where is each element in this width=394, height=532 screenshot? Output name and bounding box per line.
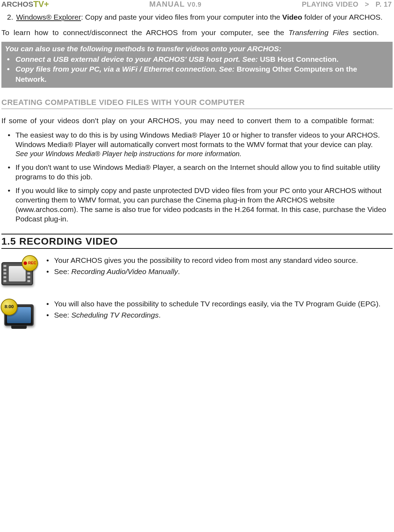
info-box: You can also use the following methods t… xyxy=(1,42,393,88)
recording-bullet-see: See: Recording Audio/Video Manually. xyxy=(44,267,393,277)
time-badge-icon: 8:00 xyxy=(1,299,18,315)
compat-bullet-alt: If you don't want to use Windows Media® … xyxy=(1,163,393,182)
rec-badge-icon: REC xyxy=(22,255,38,271)
header-right: PLAYING VIDEO > P. 17 xyxy=(302,0,392,9)
manual-version: V0.9 xyxy=(187,1,202,8)
scheduling-recordings-ref: Scheduling TV Recordings xyxy=(71,311,159,319)
schedule-row: 8:00 You will also have the possibility … xyxy=(1,299,393,334)
step-number: 2. xyxy=(7,13,16,22)
info-box-lead: You can also use the following methods t… xyxy=(5,44,389,54)
wmp-help-ref: See your Windows Media® Player help inst… xyxy=(15,150,242,158)
recording-bullet-desc: Your ARCHOS gives you the possibility to… xyxy=(44,256,393,265)
compat-bullets: The easiest way to do this is by using W… xyxy=(1,131,393,224)
compat-intro: If some of your videos don't play on you… xyxy=(1,116,393,125)
recording-row: REC Your ARCHOS gives you the possibilit… xyxy=(1,256,393,291)
rec-icon: REC xyxy=(1,256,40,291)
schedule-bullet-see: See: Scheduling TV Recordings. xyxy=(44,311,393,320)
page-number: P. 17 xyxy=(375,0,392,8)
schedule-bullet-desc: You will also have the possibility to sc… xyxy=(44,299,393,309)
chapter-label: PLAYING VIDEO xyxy=(302,0,358,8)
step-text: Windows® Explorer: Copy and paste your v… xyxy=(16,13,382,22)
schedule-bullets: You will also have the possibility to sc… xyxy=(44,299,393,322)
recording-manually-ref: Recording Audio/Video Manually xyxy=(71,267,178,275)
brand-logo: ARCHOS xyxy=(1,0,33,9)
windows-explorer-link[interactable]: Windows® Explorer xyxy=(16,13,81,21)
usb-host-connection-ref: USB Host Connection xyxy=(260,55,336,63)
compat-bullet-plugin: If you would like to simply copy and pas… xyxy=(1,186,393,224)
page-header: ARCHOS TV+ MANUAL V0.9 PLAYING VIDEO > P… xyxy=(0,0,394,10)
manual-label: MANUAL xyxy=(149,0,185,8)
step-2: 2. Windows® Explorer: Copy and paste you… xyxy=(1,13,393,22)
transferring-files-ref: Transferring Files xyxy=(289,28,349,36)
info-box-item-wifi: Copy files from your PC, via a WiFi / Et… xyxy=(5,64,389,84)
header-center: MANUAL V0.9 xyxy=(49,0,302,9)
recording-bullets: Your ARCHOS gives you the possibility to… xyxy=(44,256,393,279)
compat-bullet-wmp: The easiest way to do this is by using W… xyxy=(1,131,393,159)
heading-recording-video: 1.5 RECORDING VIDEO xyxy=(1,234,393,249)
info-box-item-usb: Connect a USB external device to your AR… xyxy=(5,54,389,64)
schedule-icon: 8:00 xyxy=(1,299,40,334)
brand-suffix: TV+ xyxy=(33,0,49,9)
page-content: 2. Windows® Explorer: Copy and paste you… xyxy=(0,10,394,334)
breadcrumb-separator: > xyxy=(365,0,369,8)
subheading-creating-compatible: CREATING COMPATIBLE VIDEO FILES WITH YOU… xyxy=(1,98,393,109)
transfer-paragraph: To learn how to connect/disconnect the A… xyxy=(1,28,393,37)
